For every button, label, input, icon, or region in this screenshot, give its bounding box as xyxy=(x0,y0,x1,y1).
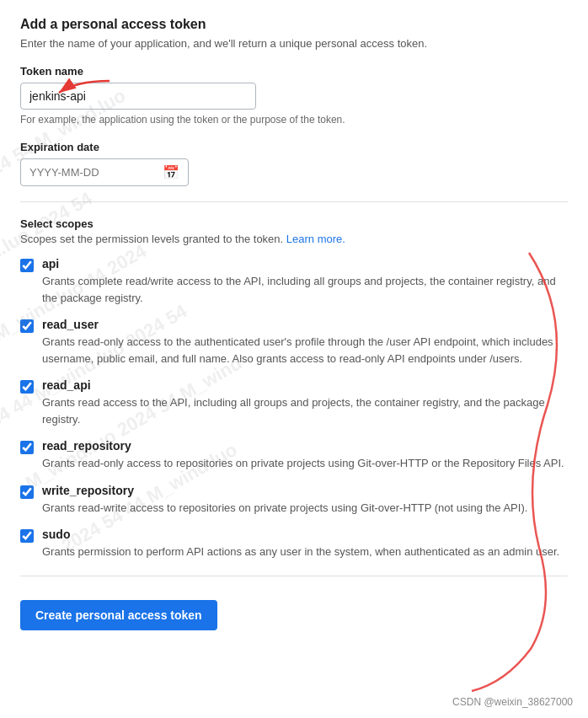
footer-text: CSDN @weixin_38627000 xyxy=(452,696,573,708)
scope-desc-write_repository: Grants read-write access to repositories… xyxy=(42,500,527,517)
divider-2 xyxy=(20,576,568,576)
scope-item-read_api: read_apiGrants read access to the API, i… xyxy=(20,378,568,427)
scopes-container: apiGrants complete read/write access to … xyxy=(20,257,568,560)
scope-content-write_repository: write_repositoryGrants read-write access… xyxy=(42,484,527,517)
scope-content-read_repository: read_repositoryGrants read-only access t… xyxy=(42,439,564,472)
expiration-date-input[interactable] xyxy=(29,166,158,179)
scope-checkbox-read_api[interactable] xyxy=(20,380,34,394)
scope-desc-api: Grants complete read/write access to the… xyxy=(42,273,568,306)
scope-item-api: apiGrants complete read/write access to … xyxy=(20,257,568,306)
scope-content-read_api: read_apiGrants read access to the API, i… xyxy=(42,378,568,427)
expiration-label: Expiration date xyxy=(20,141,568,153)
scope-desc-read_repository: Grants read-only access to repositories … xyxy=(42,455,564,472)
scope-name-read_user: read_user xyxy=(42,318,568,331)
scope-checkbox-api[interactable] xyxy=(20,259,34,272)
scope-checkbox-sudo[interactable] xyxy=(20,529,34,543)
scope-item-sudo: sudoGrants permission to perform API act… xyxy=(20,528,568,560)
token-name-input[interactable] xyxy=(20,83,256,110)
page-title: Add a personal access token xyxy=(20,17,568,32)
scope-checkbox-read_user[interactable] xyxy=(20,319,34,333)
scope-checkbox-read_repository[interactable] xyxy=(20,441,34,454)
scope-name-read_api: read_api xyxy=(42,378,568,392)
scope-item-write_repository: write_repositoryGrants read-write access… xyxy=(20,484,568,517)
scope-name-write_repository: write_repository xyxy=(42,484,527,497)
scope-item-read_repository: read_repositoryGrants read-only access t… xyxy=(20,439,568,472)
calendar-icon: 📅 xyxy=(163,164,179,180)
scopes-desc: Scopes set the permission levels granted… xyxy=(20,233,568,245)
scope-desc-read_user: Grants read-only access to the authentic… xyxy=(42,334,568,367)
scope-desc-read_api: Grants read access to the API, including… xyxy=(42,394,568,427)
scope-desc-sudo: Grants permission to perform API actions… xyxy=(42,544,559,560)
page-subtitle: Enter the name of your application, and … xyxy=(20,37,568,50)
token-name-label: Token name xyxy=(20,65,568,78)
divider-1 xyxy=(20,201,568,202)
create-token-button[interactable]: Create personal access token xyxy=(20,600,217,630)
expiration-date-field[interactable]: 📅 xyxy=(20,158,189,186)
learn-more-link[interactable]: Learn more. xyxy=(286,233,345,245)
scope-name-read_repository: read_repository xyxy=(42,439,564,453)
scope-content-api: apiGrants complete read/write access to … xyxy=(42,257,568,306)
scope-item-read_user: read_userGrants read-only access to the … xyxy=(20,318,568,367)
scope-checkbox-write_repository[interactable] xyxy=(20,485,34,499)
scope-name-sudo: sudo xyxy=(42,528,559,541)
scope-content-read_user: read_userGrants read-only access to the … xyxy=(42,318,568,367)
scope-content-sudo: sudoGrants permission to perform API act… xyxy=(42,528,559,560)
token-name-hint: For example, the application using the t… xyxy=(20,114,568,126)
scope-name-api: api xyxy=(42,257,568,271)
scopes-label: Select scopes xyxy=(20,217,568,230)
